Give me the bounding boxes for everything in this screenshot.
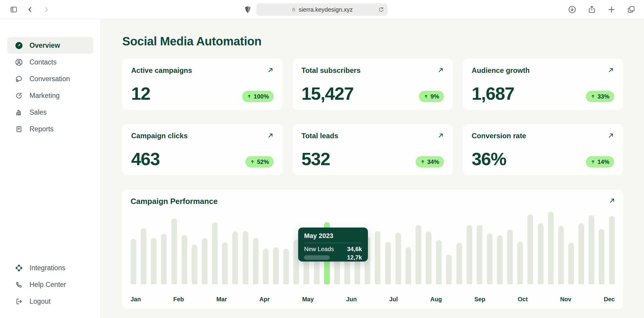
sidebar-item-marketing[interactable]: Marketing: [7, 87, 93, 104]
bar[interactable]: [222, 242, 228, 284]
sidebar-footer: IntegrationsHelp CenterLogout: [7, 259, 93, 310]
forward-icon[interactable]: [42, 6, 50, 13]
kpi-value: 36%: [472, 150, 506, 168]
bar[interactable]: [151, 238, 157, 284]
sidebar-item-conversation[interactable]: Conversation: [7, 70, 93, 87]
arrow-up-icon: [591, 94, 595, 99]
external-link-icon[interactable]: [608, 67, 614, 73]
badge-percent: 52%: [257, 158, 269, 165]
bar[interactable]: [477, 225, 482, 284]
bar[interactable]: [171, 219, 177, 284]
bar[interactable]: [416, 225, 421, 284]
external-link-icon[interactable]: [609, 197, 615, 204]
sidebar-item-logout[interactable]: Logout: [7, 293, 93, 310]
address-bar[interactable]: sierra.keydesign.xyz: [256, 3, 388, 16]
bar[interactable]: [141, 228, 146, 284]
kpi-card-campaign-clicks: Campaign clicks46352%: [122, 124, 283, 175]
share-icon[interactable]: [587, 5, 596, 14]
external-link-icon[interactable]: [267, 132, 274, 139]
sidebar: OverviewContactsConversationMarketingSal…: [0, 19, 101, 318]
x-axis-label: Apr: [259, 296, 270, 303]
sidebar-nav: OverviewContactsConversationMarketingSal…: [7, 37, 93, 137]
kpi-trend-badge: 33%: [586, 91, 614, 102]
sidebar-item-overview[interactable]: Overview: [7, 37, 93, 54]
reload-icon[interactable]: [378, 6, 384, 13]
bar[interactable]: [243, 231, 248, 284]
kpi-value: 532: [301, 150, 330, 168]
back-icon[interactable]: [26, 6, 34, 13]
bar[interactable]: [538, 223, 544, 284]
sidebar-item-label: Logout: [30, 297, 50, 305]
bar[interactable]: [273, 247, 279, 284]
kpi-value: 15,427: [301, 85, 354, 102]
external-link-icon[interactable]: [437, 67, 444, 73]
kpi-value: 463: [131, 150, 160, 168]
external-link-icon[interactable]: [437, 132, 444, 139]
bar[interactable]: [161, 234, 167, 284]
bar[interactable]: [548, 212, 554, 284]
bar[interactable]: [395, 233, 401, 284]
bar[interactable]: [436, 240, 442, 284]
kpi-label: Total subscribers: [301, 66, 360, 75]
bar[interactable]: [589, 215, 594, 284]
bar[interactable]: [283, 249, 289, 284]
bar[interactable]: [426, 231, 431, 284]
bar[interactable]: [487, 233, 493, 284]
sidebar-item-reports[interactable]: Reports: [7, 121, 93, 137]
bar[interactable]: [263, 248, 269, 284]
new-tab-icon[interactable]: [607, 5, 616, 14]
bar[interactable]: [375, 231, 380, 284]
browser-toolbar: sierra.keydesign.xyz: [0, 0, 644, 19]
compass-icon: [15, 42, 23, 50]
sidebar-item-help-center[interactable]: Help Center: [7, 276, 93, 293]
sidebar-item-contacts[interactable]: Contacts: [7, 54, 93, 70]
bar-chart-icon: [15, 108, 23, 116]
sidebar-item-integrations[interactable]: Integrations: [7, 259, 93, 276]
badge-percent: 14%: [597, 158, 609, 165]
bar[interactable]: [497, 235, 503, 284]
sidebar-toggle-icon[interactable]: [10, 5, 18, 14]
tooltip-divider: [304, 243, 362, 243]
kpi-label: Total leads: [301, 132, 338, 140]
bar[interactable]: [202, 238, 208, 284]
tooltip-title: May 2023: [304, 232, 362, 240]
kpi-trend-badge: 34%: [416, 156, 444, 168]
bar[interactable]: [405, 247, 411, 284]
chart-x-axis: JanFebMarAprMayJunJulAugSepOctNovDec: [131, 296, 615, 303]
campaign-performance-card: Campaign Performance JanFebMarAprMayJunJ…: [122, 190, 623, 309]
bar[interactable]: [568, 243, 574, 284]
bar[interactable]: [385, 242, 391, 284]
bar[interactable]: [131, 239, 136, 284]
arrow-up-icon: [591, 159, 595, 164]
bar[interactable]: [446, 255, 452, 284]
bar[interactable]: [253, 238, 258, 284]
kpi-label: Campaign clicks: [131, 132, 188, 140]
x-axis-label: Oct: [518, 296, 527, 303]
bar[interactable]: [599, 229, 604, 284]
bar[interactable]: [578, 223, 584, 284]
tabs-icon[interactable]: [627, 5, 636, 14]
kpi-value: 12: [131, 85, 150, 102]
kpi-trend-badge: 14%: [586, 156, 614, 168]
chart-title: Campaign Performance: [131, 197, 218, 206]
external-link-icon[interactable]: [267, 67, 274, 73]
bar[interactable]: [609, 216, 615, 284]
kpi-label: Audience growth: [472, 66, 530, 75]
external-link-icon[interactable]: [608, 132, 614, 139]
bar[interactable]: [212, 222, 218, 284]
bar[interactable]: [232, 231, 238, 284]
bar[interactable]: [192, 245, 197, 284]
sidebar-item-sales[interactable]: Sales: [7, 104, 93, 121]
bar[interactable]: [517, 242, 523, 284]
bar[interactable]: [456, 243, 462, 284]
kpi-card-audience-growth: Audience growth1,68733%: [463, 59, 623, 110]
download-icon[interactable]: [568, 5, 577, 14]
sidebar-item-label: Conversation: [30, 75, 70, 83]
bar[interactable]: [507, 230, 513, 284]
badge-percent: 33%: [597, 93, 609, 100]
privacy-shield-icon[interactable]: [243, 5, 252, 14]
bar[interactable]: [527, 214, 533, 284]
bar[interactable]: [467, 225, 472, 284]
bar[interactable]: [182, 235, 187, 284]
bar[interactable]: [558, 226, 564, 284]
